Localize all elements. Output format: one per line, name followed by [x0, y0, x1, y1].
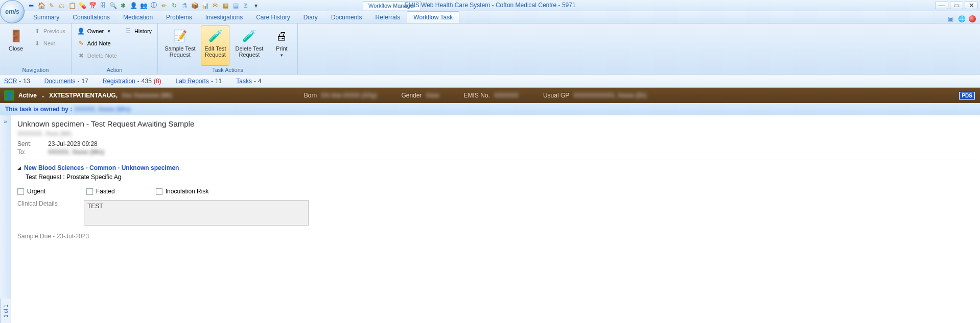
to-value: XXXXX, Xxxxx (Mrs)	[48, 148, 104, 156]
tab-care-history[interactable]: Care History	[249, 11, 297, 23]
star-icon[interactable]: ✱	[119, 1, 128, 10]
patient-status-icon: 👤	[4, 90, 14, 101]
close-task-button[interactable]: 🚪 Close	[3, 26, 29, 66]
note-delete-icon: ✖	[77, 52, 85, 60]
search-icon[interactable]: 🔍	[108, 1, 118, 10]
pill-icon[interactable]: 💊	[78, 1, 87, 10]
flask-icon[interactable]: ⚗	[180, 1, 189, 10]
doc-icon[interactable]: 🗎	[241, 1, 250, 10]
scr-count: 13	[23, 78, 30, 85]
app-logo[interactable]: emis	[0, 0, 25, 23]
tasks-count: 4	[258, 78, 262, 85]
usual-gp-value: XXXXXXXXXX, Xxxxx (Dr)	[573, 92, 646, 99]
print-button[interactable]: 🖨 Print▼	[269, 26, 294, 66]
edit-label: Edit Test Request	[204, 45, 226, 58]
grid-icon[interactable]: ▦	[221, 1, 230, 10]
history-button[interactable]: ☰ History	[122, 26, 154, 37]
history-list-icon: ☰	[124, 27, 132, 35]
refresh-icon[interactable]: ↻	[170, 1, 179, 10]
checkbox-icon	[86, 188, 93, 195]
clipboard-icon[interactable]: 📋	[67, 1, 77, 10]
history-label: History	[134, 28, 152, 34]
back-icon[interactable]: ⬅	[27, 1, 36, 10]
delete-test-request-button[interactable]: 🧪 Delete Test Request	[231, 26, 267, 66]
usual-gp-label: Usual GP	[543, 92, 569, 99]
box-icon[interactable]: 📦	[190, 1, 199, 10]
documents-link[interactable]: Documents	[44, 78, 76, 85]
sample-label: Sample Test Request	[165, 45, 195, 58]
edit-test-request-button[interactable]: 🧪 Edit Test Request	[201, 26, 229, 66]
gender-label: Gender	[401, 92, 422, 99]
tab-medication[interactable]: Medication	[116, 11, 159, 23]
tab-investigations[interactable]: Investigations	[199, 11, 249, 23]
add-note-label: Add Note	[87, 40, 111, 46]
inoculation-label: Inoculation Risk	[166, 188, 209, 195]
people-icon[interactable]: 👥	[139, 1, 148, 10]
tab-summary[interactable]: Summary	[27, 11, 66, 23]
task-title: Unknown specimen - Test Request Awaiting…	[17, 119, 974, 128]
tab-diary[interactable]: Diary	[297, 11, 324, 23]
urgent-checkbox[interactable]: Urgent	[17, 188, 45, 195]
note-pencil-icon: ✎	[77, 39, 85, 47]
alert-indicator-icon[interactable]	[969, 15, 976, 22]
owner-button[interactable]: 👤 Owner ▼	[75, 26, 120, 37]
patient-chevron-icon[interactable]: ⌄	[41, 93, 45, 98]
sidebar-expand-button[interactable]: »	[0, 115, 11, 309]
inoculation-checkbox[interactable]: Inoculation Risk	[156, 188, 209, 195]
window-icon[interactable]: ▣	[946, 15, 954, 23]
tasks-link[interactable]: Tasks	[236, 78, 252, 85]
info-icon[interactable]: ⓘ	[149, 1, 158, 10]
delete-label: Delete Test Request	[235, 45, 263, 58]
fasted-checkbox[interactable]: Fasted	[86, 188, 115, 195]
globe-icon[interactable]: 🌐	[958, 15, 966, 23]
content-area: » Unknown specimen - Test Request Awaiti…	[0, 115, 980, 309]
clinical-details-field[interactable]: TEST	[84, 200, 309, 226]
tab-documents[interactable]: Documents	[324, 11, 369, 23]
sample-test-request-button[interactable]: 📝 Sample Test Request	[161, 26, 199, 66]
previous-label: Previous	[43, 28, 65, 34]
calendar-icon[interactable]: 📅	[88, 1, 97, 10]
chart-icon[interactable]: 📊	[200, 1, 209, 10]
tab-problems[interactable]: Problems	[159, 11, 199, 23]
section-link[interactable]: New Blood Sciences - Common - Unknown sp…	[24, 164, 179, 171]
arrow-up-icon: ⬆	[33, 27, 41, 35]
dropdown-icon[interactable]: ▾	[251, 1, 261, 10]
folder-icon[interactable]: 🗂	[57, 1, 66, 10]
to-label: To:	[17, 148, 48, 156]
registration-link[interactable]: Registration	[103, 78, 135, 85]
mail-icon[interactable]: ✉	[211, 1, 220, 10]
page-indicator: 1 of 1	[0, 299, 11, 309]
add-note-button[interactable]: ✎ Add Note	[75, 38, 120, 49]
lab-reports-link[interactable]: Lab Reports	[176, 78, 209, 85]
clinical-details-label: Clinical Details	[17, 200, 68, 207]
wand-icon[interactable]: ✏	[159, 1, 169, 10]
sample-check-icon: 📝	[172, 28, 188, 44]
checkbox-icon	[156, 188, 162, 195]
tab-workflow-task[interactable]: Workflow Task	[407, 11, 459, 23]
home-icon[interactable]: 🏠	[37, 1, 46, 10]
module-tab[interactable]: Workflow Manager	[363, 1, 421, 10]
documents-count: 17	[81, 78, 88, 85]
minimize-button[interactable]: —	[935, 1, 948, 9]
table-icon[interactable]: ▤	[231, 1, 240, 10]
owner-person-icon: 👤	[77, 27, 85, 35]
person-icon[interactable]: 👤	[129, 1, 138, 10]
tab-referrals[interactable]: Referrals	[369, 11, 407, 23]
quick-access-toolbar: ⬅ 🏠 ✎ 🗂 📋 💊 📅 🗄 🔍 ✱ 👤 👥 ⓘ ✏ ↻ ⚗ 📦 📊 ✉ ▦ …	[27, 1, 261, 10]
gender-value: Xxxx	[426, 92, 439, 99]
scr-link[interactable]: SCR	[4, 78, 17, 85]
next-label: Next	[43, 40, 55, 46]
pencil-icon[interactable]: ✎	[47, 1, 56, 10]
pds-badge[interactable]: PDS	[959, 92, 975, 100]
patient-name-rest: Xxx Xxxxxxxx (Mr)	[122, 92, 172, 99]
ribbon-label-action: Action	[75, 66, 154, 73]
maximize-button[interactable]: ▭	[950, 1, 963, 9]
tab-consultations[interactable]: Consultations	[66, 11, 116, 23]
database-icon[interactable]: 🗄	[98, 1, 107, 10]
checkbox-icon	[17, 188, 24, 195]
owner-prefix: This task is owned by :	[5, 106, 72, 113]
task-from: XXXXXX, Xxxx (Mr)	[17, 130, 974, 137]
collapse-triangle-icon[interactable]: ◢	[17, 165, 21, 170]
close-button[interactable]: ✕	[965, 1, 978, 9]
vial-delete-icon: 🧪	[241, 28, 258, 44]
